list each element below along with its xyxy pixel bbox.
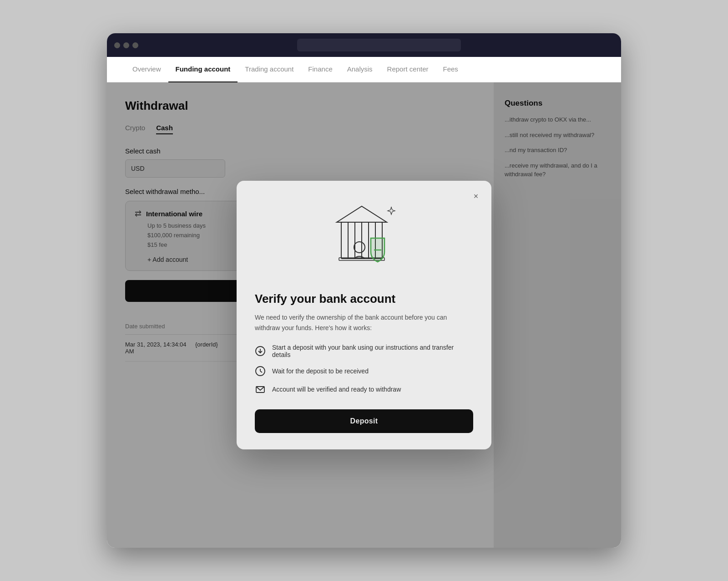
deposit-step-icon [255,346,266,357]
tab-overview[interactable]: Overview [125,57,168,82]
nav-tabs: Overview Funding account Trading account… [107,57,621,82]
dot-red [114,42,120,48]
step-item-2: Wait for the deposit to be received [255,366,473,377]
envelope-step-icon [255,384,266,395]
tab-fees[interactable]: Fees [435,57,465,82]
dot-green [132,42,138,48]
step-3-text: Account will be verified and ready to wi… [272,386,401,393]
tab-report[interactable]: Report center [380,57,436,82]
browser-window: Overview Funding account Trading account… [107,33,621,548]
step-list: Start a deposit with your bank using our… [255,344,473,395]
modal-title: Verify your bank account [255,292,473,306]
browser-addressbar[interactable] [297,39,461,51]
modal-overlay: × [107,82,621,548]
step-item-1: Start a deposit with your bank using our… [255,344,473,358]
step-1-text: Start a deposit with your bank using our… [272,344,473,358]
step-item-3: Account will be verified and ready to wi… [255,384,473,395]
main-area: Withdrawal Crypto Cash Select cash USD S… [107,82,621,548]
dot-yellow [123,42,129,48]
bank-illustration [318,197,410,279]
svg-line-14 [260,371,262,372]
tab-funding[interactable]: Funding account [168,57,238,82]
browser-dots [114,42,138,48]
browser-titlebar [107,33,621,57]
svg-point-8 [354,242,365,253]
step-2-text: Wait for the deposit to be received [272,367,369,375]
deposit-button[interactable]: Deposit [255,409,473,433]
clock-step-icon [255,366,266,377]
tab-finance[interactable]: Finance [301,57,339,82]
deposit-button-label: Deposit [350,417,378,425]
svg-marker-1 [337,206,387,222]
tab-analysis[interactable]: Analysis [340,57,380,82]
tab-trading[interactable]: Trading account [238,57,301,82]
page-content: Overview Funding account Trading account… [107,57,621,548]
modal: × [237,181,491,449]
modal-close-button[interactable]: × [469,189,483,204]
modal-illustration [255,197,473,279]
modal-subtitle: We need to verify the ownership of the b… [255,312,473,333]
